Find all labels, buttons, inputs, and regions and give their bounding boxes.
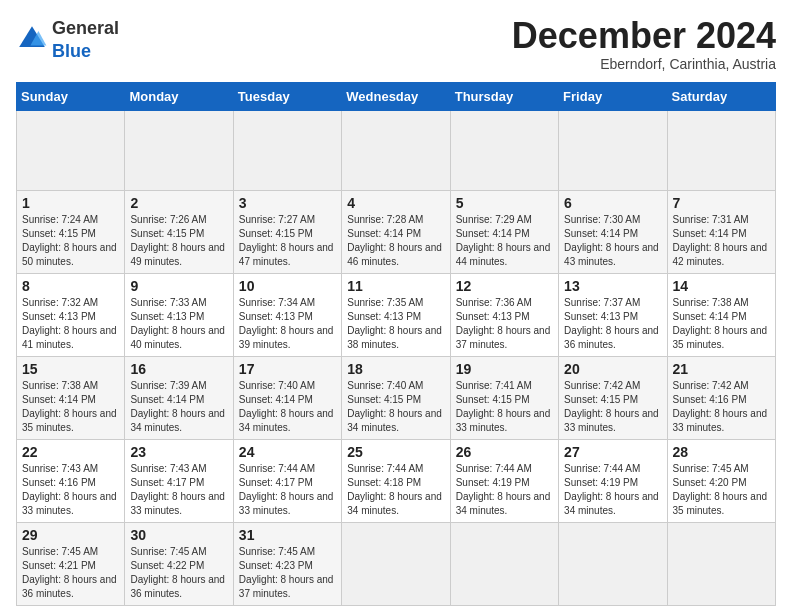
calendar-cell	[450, 110, 558, 190]
day-detail: Sunrise: 7:41 AMSunset: 4:15 PMDaylight:…	[456, 379, 553, 435]
day-number: 5	[456, 195, 553, 211]
day-detail: Sunrise: 7:44 AMSunset: 4:17 PMDaylight:…	[239, 462, 336, 518]
day-number: 4	[347, 195, 444, 211]
day-detail: Sunrise: 7:44 AMSunset: 4:18 PMDaylight:…	[347, 462, 444, 518]
day-detail: Sunrise: 7:43 AMSunset: 4:16 PMDaylight:…	[22, 462, 119, 518]
calendar-cell: 20Sunrise: 7:42 AMSunset: 4:15 PMDayligh…	[559, 356, 667, 439]
logo: General Blue	[16, 16, 119, 62]
calendar-cell: 7Sunrise: 7:31 AMSunset: 4:14 PMDaylight…	[667, 190, 775, 273]
calendar-cell: 28Sunrise: 7:45 AMSunset: 4:20 PMDayligh…	[667, 439, 775, 522]
calendar-cell: 30Sunrise: 7:45 AMSunset: 4:22 PMDayligh…	[125, 522, 233, 605]
calendar-cell: 26Sunrise: 7:44 AMSunset: 4:19 PMDayligh…	[450, 439, 558, 522]
day-number: 24	[239, 444, 336, 460]
day-detail: Sunrise: 7:39 AMSunset: 4:14 PMDaylight:…	[130, 379, 227, 435]
header-tuesday: Tuesday	[233, 82, 341, 110]
day-number: 9	[130, 278, 227, 294]
day-detail: Sunrise: 7:30 AMSunset: 4:14 PMDaylight:…	[564, 213, 661, 269]
day-detail: Sunrise: 7:43 AMSunset: 4:17 PMDaylight:…	[130, 462, 227, 518]
calendar-cell: 9Sunrise: 7:33 AMSunset: 4:13 PMDaylight…	[125, 273, 233, 356]
day-number: 2	[130, 195, 227, 211]
calendar-cell: 3Sunrise: 7:27 AMSunset: 4:15 PMDaylight…	[233, 190, 341, 273]
day-number: 15	[22, 361, 119, 377]
location-subtitle: Eberndorf, Carinthia, Austria	[512, 56, 776, 72]
day-detail: Sunrise: 7:44 AMSunset: 4:19 PMDaylight:…	[564, 462, 661, 518]
day-detail: Sunrise: 7:29 AMSunset: 4:14 PMDaylight:…	[456, 213, 553, 269]
calendar-cell: 12Sunrise: 7:36 AMSunset: 4:13 PMDayligh…	[450, 273, 558, 356]
calendar-cell: 18Sunrise: 7:40 AMSunset: 4:15 PMDayligh…	[342, 356, 450, 439]
day-detail: Sunrise: 7:26 AMSunset: 4:15 PMDaylight:…	[130, 213, 227, 269]
day-detail: Sunrise: 7:45 AMSunset: 4:20 PMDaylight:…	[673, 462, 770, 518]
day-detail: Sunrise: 7:40 AMSunset: 4:15 PMDaylight:…	[347, 379, 444, 435]
week-row-3: 15Sunrise: 7:38 AMSunset: 4:14 PMDayligh…	[17, 356, 776, 439]
calendar-cell	[559, 522, 667, 605]
calendar-cell: 15Sunrise: 7:38 AMSunset: 4:14 PMDayligh…	[17, 356, 125, 439]
day-number: 25	[347, 444, 444, 460]
day-detail: Sunrise: 7:27 AMSunset: 4:15 PMDaylight:…	[239, 213, 336, 269]
calendar-cell: 23Sunrise: 7:43 AMSunset: 4:17 PMDayligh…	[125, 439, 233, 522]
calendar-cell: 5Sunrise: 7:29 AMSunset: 4:14 PMDaylight…	[450, 190, 558, 273]
day-number: 7	[673, 195, 770, 211]
day-number: 17	[239, 361, 336, 377]
calendar-cell: 6Sunrise: 7:30 AMSunset: 4:14 PMDaylight…	[559, 190, 667, 273]
calendar-cell: 1Sunrise: 7:24 AMSunset: 4:15 PMDaylight…	[17, 190, 125, 273]
day-number: 20	[564, 361, 661, 377]
day-number: 22	[22, 444, 119, 460]
calendar-cell	[233, 110, 341, 190]
calendar-cell: 22Sunrise: 7:43 AMSunset: 4:16 PMDayligh…	[17, 439, 125, 522]
calendar-cell: 29Sunrise: 7:45 AMSunset: 4:21 PMDayligh…	[17, 522, 125, 605]
day-number: 21	[673, 361, 770, 377]
day-number: 8	[22, 278, 119, 294]
day-number: 14	[673, 278, 770, 294]
day-number: 11	[347, 278, 444, 294]
day-number: 23	[130, 444, 227, 460]
day-detail: Sunrise: 7:42 AMSunset: 4:16 PMDaylight:…	[673, 379, 770, 435]
day-number: 6	[564, 195, 661, 211]
day-detail: Sunrise: 7:24 AMSunset: 4:15 PMDaylight:…	[22, 213, 119, 269]
calendar-cell: 10Sunrise: 7:34 AMSunset: 4:13 PMDayligh…	[233, 273, 341, 356]
day-detail: Sunrise: 7:34 AMSunset: 4:13 PMDaylight:…	[239, 296, 336, 352]
calendar-cell: 24Sunrise: 7:44 AMSunset: 4:17 PMDayligh…	[233, 439, 341, 522]
day-detail: Sunrise: 7:38 AMSunset: 4:14 PMDaylight:…	[673, 296, 770, 352]
calendar-cell	[125, 110, 233, 190]
header-saturday: Saturday	[667, 82, 775, 110]
day-detail: Sunrise: 7:40 AMSunset: 4:14 PMDaylight:…	[239, 379, 336, 435]
day-number: 30	[130, 527, 227, 543]
calendar-cell	[342, 110, 450, 190]
calendar-cell	[667, 110, 775, 190]
day-detail: Sunrise: 7:45 AMSunset: 4:21 PMDaylight:…	[22, 545, 119, 601]
logo-icon	[16, 23, 48, 55]
day-detail: Sunrise: 7:44 AMSunset: 4:19 PMDaylight:…	[456, 462, 553, 518]
calendar-cell: 13Sunrise: 7:37 AMSunset: 4:13 PMDayligh…	[559, 273, 667, 356]
day-detail: Sunrise: 7:45 AMSunset: 4:22 PMDaylight:…	[130, 545, 227, 601]
day-number: 26	[456, 444, 553, 460]
calendar-cell	[17, 110, 125, 190]
page-header: General Blue December 2024 Eberndorf, Ca…	[16, 16, 776, 72]
day-number: 19	[456, 361, 553, 377]
calendar-cell: 19Sunrise: 7:41 AMSunset: 4:15 PMDayligh…	[450, 356, 558, 439]
calendar-cell: 4Sunrise: 7:28 AMSunset: 4:14 PMDaylight…	[342, 190, 450, 273]
day-number: 13	[564, 278, 661, 294]
calendar-cell: 16Sunrise: 7:39 AMSunset: 4:14 PMDayligh…	[125, 356, 233, 439]
month-title: December 2024	[512, 16, 776, 56]
day-number: 10	[239, 278, 336, 294]
calendar-cell	[342, 522, 450, 605]
calendar-cell: 31Sunrise: 7:45 AMSunset: 4:23 PMDayligh…	[233, 522, 341, 605]
week-row-1: 1Sunrise: 7:24 AMSunset: 4:15 PMDaylight…	[17, 190, 776, 273]
calendar-cell	[450, 522, 558, 605]
day-number: 12	[456, 278, 553, 294]
title-block: December 2024 Eberndorf, Carinthia, Aust…	[512, 16, 776, 72]
header-sunday: Sunday	[17, 82, 125, 110]
day-number: 27	[564, 444, 661, 460]
day-number: 1	[22, 195, 119, 211]
header-thursday: Thursday	[450, 82, 558, 110]
day-detail: Sunrise: 7:37 AMSunset: 4:13 PMDaylight:…	[564, 296, 661, 352]
week-row-0	[17, 110, 776, 190]
day-detail: Sunrise: 7:31 AMSunset: 4:14 PMDaylight:…	[673, 213, 770, 269]
calendar-cell	[667, 522, 775, 605]
calendar-cell: 14Sunrise: 7:38 AMSunset: 4:14 PMDayligh…	[667, 273, 775, 356]
day-number: 28	[673, 444, 770, 460]
calendar-cell	[559, 110, 667, 190]
calendar-cell: 17Sunrise: 7:40 AMSunset: 4:14 PMDayligh…	[233, 356, 341, 439]
day-number: 31	[239, 527, 336, 543]
week-row-2: 8Sunrise: 7:32 AMSunset: 4:13 PMDaylight…	[17, 273, 776, 356]
